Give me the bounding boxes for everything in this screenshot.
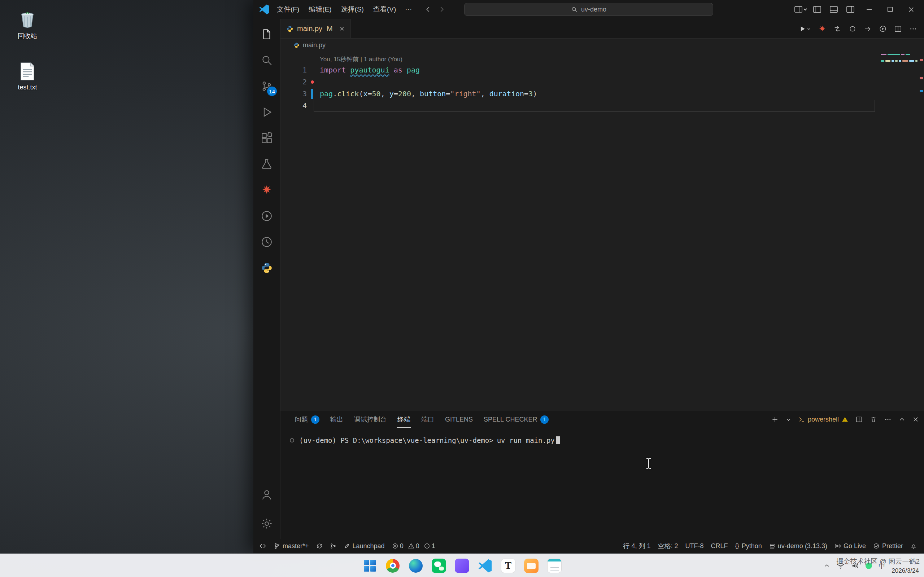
code-runner-icon[interactable] xyxy=(254,203,280,229)
python-interpreter-status[interactable]: uv-demo (3.13.3) xyxy=(766,539,831,553)
code-line-3[interactable]: 3pag.click(x=50, y=200, button="right", … xyxy=(281,88,924,100)
command-decoration-icon[interactable] xyxy=(290,438,294,443)
go-live-status[interactable]: Go Live xyxy=(831,539,869,553)
forward-arrow-icon[interactable] xyxy=(438,5,446,13)
goto-action-icon[interactable] xyxy=(861,23,874,35)
explorer-icon[interactable] xyxy=(254,21,280,47)
menu-F[interactable]: 文件(F) xyxy=(272,0,304,18)
problems-status[interactable]: 0 0 1 xyxy=(388,539,442,553)
panel-header: 问题1输出调试控制台终端端口GITLENSSPELL CHECKER1 powe… xyxy=(281,411,924,428)
info-icon xyxy=(424,543,430,549)
indentation-status[interactable]: 空格: 2 xyxy=(654,539,682,553)
code-line-2[interactable]: 2 xyxy=(281,76,924,88)
taskbar-vscode-icon[interactable] xyxy=(477,558,493,574)
line-number: 3 xyxy=(281,88,307,100)
circle-action-icon[interactable] xyxy=(846,23,859,35)
extension-starburst-icon[interactable] xyxy=(254,177,280,203)
terminal[interactable]: (uv-demo) PS D:\workspace\vue-learning\u… xyxy=(281,428,924,444)
tab-close-icon[interactable] xyxy=(339,26,345,31)
run-all-icon[interactable] xyxy=(876,23,889,35)
close-button[interactable] xyxy=(901,0,921,19)
testing-icon[interactable] xyxy=(254,151,280,177)
maximize-panel-icon[interactable] xyxy=(899,416,905,423)
launchpad-status[interactable]: Launchpad xyxy=(340,539,388,553)
extension-starburst-action-icon[interactable] xyxy=(816,23,829,35)
new-terminal-icon[interactable] xyxy=(771,416,779,423)
taskbar-wechat-icon[interactable] xyxy=(431,558,447,574)
git-branch-status[interactable]: master*+ xyxy=(270,539,313,553)
desktop-icon-test-txt[interactable]: test.txt xyxy=(6,62,49,91)
extensions-icon[interactable] xyxy=(254,125,280,151)
maximize-button[interactable] xyxy=(880,0,900,19)
search-sidebar-icon[interactable] xyxy=(254,47,280,73)
language-mode-status[interactable]: {} Python xyxy=(731,539,765,553)
panel-tab-终端[interactable]: 终端 xyxy=(393,411,415,428)
layout-control-icon[interactable] xyxy=(793,0,809,18)
gitlens-graph-icon[interactable] xyxy=(326,539,340,553)
encoding-status[interactable]: UTF-8 xyxy=(682,539,707,553)
code-editor[interactable]: You, 15秒钟前 | 1 author (You) 1import pyau… xyxy=(281,52,924,411)
prettier-status[interactable]: Prettier xyxy=(869,539,907,553)
toggle-panel-icon[interactable] xyxy=(826,0,842,18)
minimap[interactable] xyxy=(881,54,918,63)
codelens-annotation[interactable]: You, 15秒钟前 | 1 author (You) xyxy=(320,55,924,64)
panel-tab-问题[interactable]: 问题1 xyxy=(291,411,324,428)
back-arrow-icon[interactable] xyxy=(424,5,432,13)
account-icon[interactable] xyxy=(254,482,280,508)
run-python-file-button[interactable] xyxy=(796,23,814,35)
split-terminal-icon[interactable] xyxy=(855,416,863,423)
run-debug-icon[interactable] xyxy=(254,99,280,125)
settings-gear-icon[interactable] xyxy=(254,511,280,537)
panel-tab-输出[interactable]: 输出 xyxy=(326,411,347,428)
code-lines: 1import pyautogui as pag23pag.click(x=50… xyxy=(281,64,924,112)
code-line-4[interactable]: 4 xyxy=(281,100,924,112)
hidden-icons-chevron-icon[interactable] xyxy=(824,562,830,569)
sync-icon[interactable] xyxy=(313,539,326,553)
taskbar-browser-icon[interactable] xyxy=(407,558,424,574)
terminal-profile-chevron-icon[interactable] xyxy=(786,417,791,422)
bottom-panel: 问题1输出调试控制台终端端口GITLENSSPELL CHECKER1 powe… xyxy=(281,411,924,539)
tab-main-py[interactable]: main.py M xyxy=(281,19,351,38)
compare-changes-icon[interactable] xyxy=(831,23,844,35)
terminal-tab-powershell[interactable]: powershell xyxy=(798,416,848,423)
menu-V[interactable]: 查看(V) xyxy=(368,0,401,18)
panel-tab-SPELL CHECKER[interactable]: SPELL CHECKER1 xyxy=(479,411,553,428)
cursor-position-status[interactable]: 行 4, 列 1 xyxy=(619,539,654,553)
command-center-search[interactable]: uv-demo xyxy=(464,3,713,16)
toggle-sidebar-icon[interactable] xyxy=(809,0,825,18)
taskbar-chrome-icon[interactable] xyxy=(384,558,401,574)
start-button[interactable] xyxy=(361,558,378,574)
taskbar-notepad-icon[interactable] xyxy=(546,558,563,574)
terminal-cursor xyxy=(556,436,560,444)
panel-more-icon[interactable] xyxy=(884,416,892,423)
split-editor-icon[interactable] xyxy=(892,23,905,35)
panel-tab-端口[interactable]: 端口 xyxy=(417,411,439,428)
close-panel-icon[interactable] xyxy=(913,416,919,423)
minimize-button[interactable] xyxy=(859,0,879,19)
desktop-icon-recycle-bin[interactable]: 回收站 xyxy=(6,10,49,40)
more-actions-icon[interactable] xyxy=(907,23,920,35)
source-control-icon[interactable]: 14 xyxy=(254,73,280,99)
notifications-bell-icon[interactable] xyxy=(907,539,921,553)
recycle-bin-icon xyxy=(18,10,37,29)
code-line-1[interactable]: 1import pyautogui as pag xyxy=(281,64,924,76)
kill-terminal-icon[interactable] xyxy=(870,416,877,423)
windows-taskbar: T 中 2026/3/24 xyxy=(0,554,924,577)
breadcrumb[interactable]: main.py xyxy=(281,39,924,52)
python-extension-icon[interactable] xyxy=(254,255,280,281)
remote-indicator[interactable] xyxy=(255,539,270,553)
menu-S[interactable]: 选择(S) xyxy=(336,0,368,18)
history-search-icon[interactable] xyxy=(254,229,280,255)
taskbar-typora-icon[interactable]: T xyxy=(500,558,517,574)
eol-status[interactable]: CRLF xyxy=(707,539,731,553)
taskbar-purple-app-icon[interactable] xyxy=(454,558,470,574)
check-icon xyxy=(873,543,880,549)
panel-tab-GITLENS[interactable]: GITLENS xyxy=(441,411,477,428)
menu-overflow[interactable]: ··· xyxy=(401,5,416,13)
taskbar-orange-app-icon[interactable] xyxy=(523,558,540,574)
toggle-secondary-sidebar-icon[interactable] xyxy=(842,0,858,18)
menu-E[interactable]: 编辑(E) xyxy=(304,0,336,18)
breadcrumb-item[interactable]: main.py xyxy=(303,42,326,49)
overview-ruler[interactable] xyxy=(919,52,924,411)
panel-tab-调试控制台[interactable]: 调试控制台 xyxy=(350,411,391,428)
